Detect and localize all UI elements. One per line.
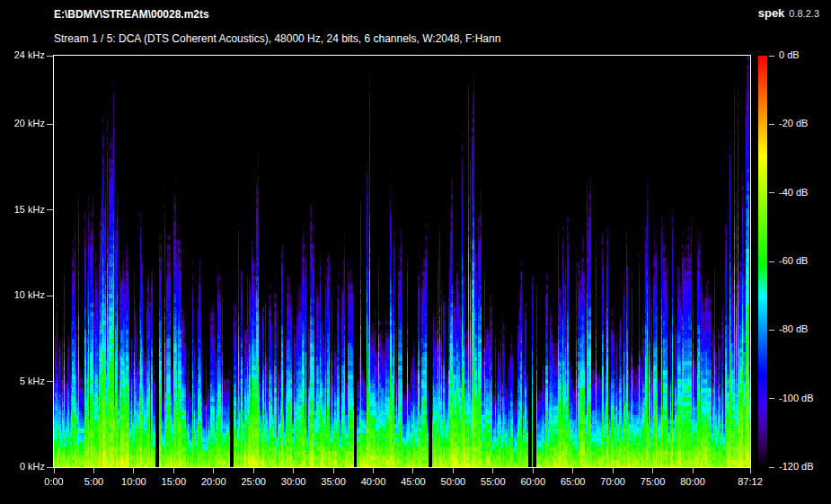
time-tick bbox=[652, 468, 653, 473]
time-tick-label: 65:00 bbox=[561, 476, 586, 487]
freq-tick-label: 0 kHz bbox=[4, 461, 45, 472]
time-tick-label: 25:00 bbox=[241, 476, 266, 487]
db-tick bbox=[769, 261, 774, 262]
freq-tick bbox=[47, 467, 53, 468]
time-tick-label: 50:00 bbox=[441, 476, 466, 487]
time-tick bbox=[750, 468, 751, 473]
time-tick-label: 0:00 bbox=[44, 476, 63, 487]
time-tick bbox=[93, 468, 94, 473]
time-tick bbox=[572, 468, 573, 473]
db-tick bbox=[769, 56, 774, 57]
time-tick-label: 30:00 bbox=[281, 476, 306, 487]
time-tick-label: 60:00 bbox=[520, 476, 545, 487]
time-tick bbox=[693, 468, 694, 473]
db-tick bbox=[769, 467, 774, 468]
time-tick bbox=[453, 468, 454, 473]
freq-tick-label: 10 kHz bbox=[4, 289, 45, 300]
time-tick-label: 40:00 bbox=[361, 476, 386, 487]
time-tick bbox=[293, 468, 294, 473]
app-brand: spek 0.8.2.3 bbox=[758, 6, 819, 20]
time-tick bbox=[533, 468, 534, 473]
db-colorbar bbox=[758, 56, 767, 467]
db-tick bbox=[769, 192, 774, 193]
time-tick bbox=[173, 468, 174, 473]
db-tick-label: -40 dB bbox=[779, 187, 808, 198]
time-tick-label: 5:00 bbox=[84, 476, 103, 487]
app-version: 0.8.2.3 bbox=[789, 8, 819, 19]
freq-tick bbox=[47, 124, 53, 125]
time-tick-label: 15:00 bbox=[162, 476, 187, 487]
freq-tick-label: 5 kHz bbox=[4, 376, 45, 386]
time-tick-label: 55:00 bbox=[481, 476, 506, 487]
time-tick-label: 45:00 bbox=[401, 476, 426, 487]
freq-tick-label: 15 kHz bbox=[4, 204, 45, 215]
db-tick bbox=[769, 124, 774, 125]
freq-tick-label: 20 kHz bbox=[4, 118, 45, 128]
db-tick-label: -20 dB bbox=[779, 118, 808, 128]
freq-tick bbox=[47, 381, 53, 382]
time-tick-label: 80:00 bbox=[680, 476, 705, 487]
db-tick-label: -60 dB bbox=[779, 255, 808, 266]
app-name: spek bbox=[758, 6, 785, 20]
time-tick bbox=[613, 468, 614, 473]
spectrogram-canvas bbox=[54, 56, 750, 467]
db-tick-label: -120 dB bbox=[779, 461, 814, 472]
time-tick-label: 10:00 bbox=[121, 476, 146, 487]
freq-tick bbox=[47, 296, 53, 296]
time-tick bbox=[253, 468, 254, 473]
time-tick-label: 20:00 bbox=[201, 476, 226, 487]
stream-info: Stream 1 / 5: DCA (DTS Coherent Acoustic… bbox=[54, 32, 500, 45]
freq-tick-label: 24 kHz bbox=[4, 49, 45, 60]
time-tick bbox=[213, 468, 214, 473]
freq-tick bbox=[47, 56, 53, 57]
time-tick-label: 35:00 bbox=[321, 476, 346, 487]
db-tick bbox=[769, 330, 774, 331]
time-tick bbox=[412, 468, 413, 473]
time-tick bbox=[133, 468, 134, 473]
time-tick bbox=[54, 468, 55, 473]
time-tick bbox=[333, 468, 334, 473]
freq-tick bbox=[47, 209, 53, 210]
db-tick-label: -80 dB bbox=[779, 323, 808, 334]
db-tick bbox=[769, 398, 774, 399]
time-tick-label: 87:12 bbox=[738, 476, 763, 487]
db-tick-label: -100 dB bbox=[779, 393, 814, 403]
file-path: E:\BDMV\STREAM\00028.m2ts bbox=[54, 8, 209, 21]
db-tick-label: 0 dB bbox=[779, 49, 800, 60]
time-tick-label: 75:00 bbox=[641, 476, 666, 487]
time-tick bbox=[373, 468, 374, 473]
time-tick-label: 70:00 bbox=[600, 476, 625, 487]
time-tick bbox=[492, 468, 493, 473]
